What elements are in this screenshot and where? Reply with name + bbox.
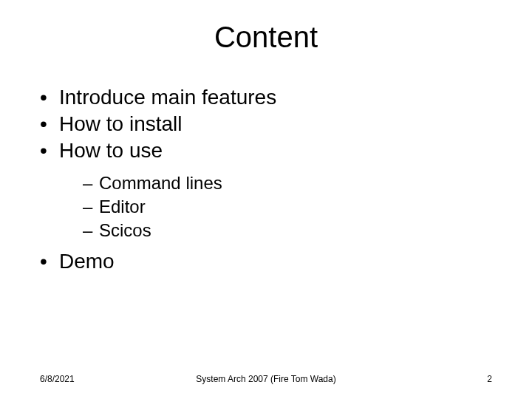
bullet-text: Demo [59,250,115,273]
slide-body: Introduce main features How to install H… [40,85,492,276]
bullet-text: Editor [99,197,146,216]
list-item: Introduce main features [40,85,492,110]
bullet-list: Introduce main features How to install H… [40,85,492,275]
slide-footer: 6/8/2021 System Arch 2007 (Fire Tom Wada… [0,369,532,384]
bullet-text: Introduce main features [59,86,276,109]
list-item: How to install [40,112,492,137]
bullet-text: How to use [59,139,163,162]
footer-page-number: 2 [487,374,492,384]
list-item: Command lines [83,172,492,194]
list-item: How to use Command lines Editor Scicos [40,138,492,242]
slide: Content Introduce main features How to i… [0,0,532,399]
bullet-text: Scicos [99,220,151,240]
slide-title: Content [0,21,532,54]
list-item: Scicos [83,219,492,242]
bullet-text: Command lines [99,173,222,193]
list-item: Editor [83,196,492,218]
list-item: Demo [40,249,492,274]
footer-center: System Arch 2007 (Fire Tom Wada) [0,374,532,384]
sub-bullet-list: Command lines Editor Scicos [59,172,492,242]
bullet-text: How to install [59,112,183,135]
